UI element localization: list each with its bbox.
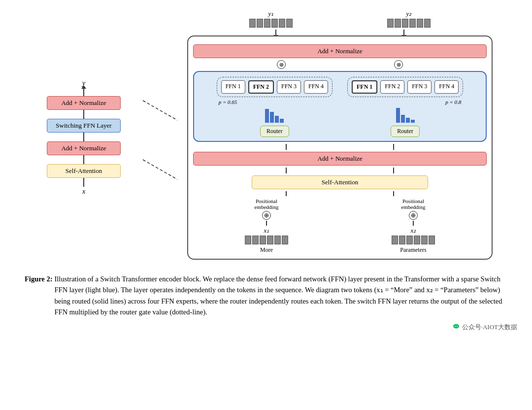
parameters-label: Parameters <box>400 246 426 254</box>
token-block <box>274 236 281 244</box>
token-block <box>392 236 398 244</box>
token-block <box>252 236 259 244</box>
left-add-norm-bottom: Add + Normalize <box>47 141 121 155</box>
figure-label: Figure 2: <box>25 273 53 318</box>
attn-arrows <box>193 168 487 173</box>
bar-chart-1 <box>265 107 284 123</box>
oplus-2: ⊕ <box>409 211 418 220</box>
otimes-1: ⊗ <box>277 60 286 69</box>
router-arrows <box>193 144 487 150</box>
embed-arrows <box>193 191 487 196</box>
bottom-embed-row: Positionalembedding ⊕ x₁ <box>193 198 487 254</box>
right-add-norm-middle: Add + Normalize <box>193 152 487 166</box>
bar <box>270 112 274 123</box>
otimes-col-2: ⊗ <box>394 60 403 69</box>
y2-blocks <box>387 19 431 28</box>
caption-text: Illustration of a Switch Transformer enc… <box>55 273 507 318</box>
x2-blocks <box>392 236 435 244</box>
bar-chart-2 <box>396 107 415 123</box>
outer-box: Add + Normalize ⊗ ⊗ <box>187 35 493 260</box>
token-block <box>395 19 401 28</box>
embed-group-1: Positionalembedding ⊕ x₁ <box>245 198 288 254</box>
ffn4-box: FFN 4 <box>304 80 328 94</box>
left-vline-2 <box>83 133 84 141</box>
ffn1-box: FFN 1 <box>221 80 245 94</box>
token-block <box>406 236 413 244</box>
token-block <box>245 236 251 244</box>
self-attention-bar: Self-Attention <box>252 175 428 189</box>
svg-point-3 <box>455 326 456 327</box>
oplus-line-2 <box>413 221 414 226</box>
token-block <box>387 19 394 28</box>
token-block <box>402 19 408 28</box>
svg-line-0 <box>143 101 177 120</box>
otimes-col-1: ⊗ <box>277 60 286 69</box>
svg-point-4 <box>457 326 458 327</box>
pos-embed-label-1: Positionalembedding <box>255 198 279 210</box>
embed-arrow-2 <box>393 191 394 196</box>
x1-token: x₁ <box>245 227 288 244</box>
bar <box>275 116 279 123</box>
left-self-attention: Self-Attention <box>47 164 121 178</box>
y1-arrow-down <box>275 30 276 35</box>
ffn3-box: FFN 3 <box>277 80 301 94</box>
diagram-area: y Add + Normalize Switching FFN Layer Ad… <box>15 10 517 260</box>
left-x-label: x <box>82 188 85 196</box>
y1-token: y₁ <box>249 10 293 28</box>
oplus-1: ⊕ <box>262 211 271 220</box>
x1-blocks <box>245 236 288 244</box>
token-block <box>264 19 270 28</box>
left-vline-3 <box>83 155 84 164</box>
token-block <box>417 19 423 28</box>
wechat-icon <box>452 323 460 331</box>
token-block <box>260 236 266 244</box>
x2-label: x₂ <box>411 227 416 235</box>
router-arrow-1 <box>286 144 287 150</box>
bar <box>401 115 405 123</box>
ffn-dashed-1: FFN 1 FFN 2 FFN 3 FFN 4 <box>217 77 332 97</box>
left-vline-1 <box>83 110 84 119</box>
ffn-dashed-2: FFN 1 FFN 2 FFN 3 FFN 4 <box>347 77 463 97</box>
ffn2-box: FFN 2 <box>248 80 274 94</box>
more-label: More <box>260 246 273 254</box>
token-block <box>286 19 293 28</box>
token-block <box>267 236 273 244</box>
bar <box>411 120 415 123</box>
left-switching-ffn: Switching FFN Layer <box>47 119 121 133</box>
expert-groups: FFN 1 FFN 2 FFN 3 FFN 4 p = 0.65 <box>199 77 481 137</box>
pos-embed-label-2: Positionalembedding <box>401 198 426 210</box>
p1-label: p = 0.65 <box>219 99 237 105</box>
ffn4-box-2: FFN 4 <box>434 80 459 94</box>
left-arrow-y <box>83 88 84 96</box>
attn-arrow-1 <box>286 168 287 173</box>
watermark-row: 公众号·AIOT大数据 <box>15 321 517 332</box>
right-add-norm-top: Add + Normalize <box>193 44 487 58</box>
bar <box>406 118 410 123</box>
watermark: 公众号·AIOT大数据 <box>452 323 517 332</box>
y2-token: y₂ <box>387 10 431 28</box>
svg-point-2 <box>453 324 459 328</box>
y1-blocks <box>249 19 293 28</box>
ffn2-box-2: FFN 2 <box>380 80 404 94</box>
oplus-line-1 <box>266 221 267 226</box>
y2-label: y₂ <box>406 10 412 18</box>
token-block <box>409 19 416 28</box>
token-block <box>424 19 431 28</box>
router-2: Router <box>391 126 420 137</box>
bar <box>280 119 284 123</box>
token-block <box>271 19 278 28</box>
left-diagram: y Add + Normalize Switching FFN Layer Ad… <box>34 74 133 196</box>
left-add-norm-top: Add + Normalize <box>47 96 121 110</box>
x2-token: x₂ <box>392 227 435 244</box>
figure-caption: Figure 2: Illustration of a Switch Trans… <box>25 273 507 318</box>
token-block <box>421 236 428 244</box>
ffn1-box-2: FFN 1 <box>352 80 377 94</box>
watermark-text: 公众号·AIOT大数据 <box>462 323 517 332</box>
embed-group-2: Positionalembedding ⊕ x₂ <box>392 198 435 254</box>
expert-group-2: FFN 1 FFN 2 FFN 3 FFN 4 p = 0.8 <box>347 77 463 137</box>
bar <box>265 109 269 123</box>
attn-arrow-2 <box>393 168 394 173</box>
router-arrow-2 <box>393 144 394 150</box>
token-block <box>279 19 285 28</box>
left-vline-4 <box>83 178 84 187</box>
